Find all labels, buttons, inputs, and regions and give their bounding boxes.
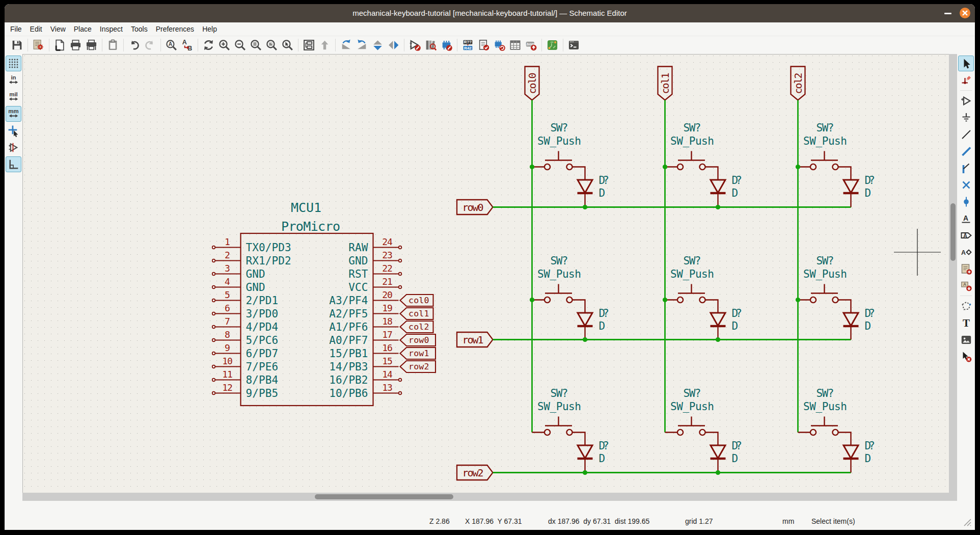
- hierarchical-sheet-button[interactable]: [958, 261, 974, 277]
- hierarchical-label-button[interactable]: A: [958, 244, 974, 260]
- vertical-scrollbar-thumb[interactable]: [950, 203, 956, 261]
- diode-r0c1[interactable]: D?D: [711, 174, 743, 207]
- diode-r2c2[interactable]: D?D: [843, 440, 876, 473]
- switch-r0c0[interactable]: SW?SW_Push: [532, 122, 585, 180]
- global-label-col2[interactable]: col2: [791, 67, 805, 100]
- switch-r1c2[interactable]: SW?SW_Push: [798, 255, 851, 313]
- global-label-row1-mcu[interactable]: row1: [400, 347, 436, 359]
- footprint-editor-button[interactable]: [439, 37, 454, 53]
- plot-button[interactable]: [84, 37, 99, 53]
- scripting-console-button[interactable]: [566, 37, 582, 53]
- menu-file[interactable]: File: [6, 23, 26, 36]
- global-label-col1[interactable]: col1: [658, 67, 672, 100]
- diode-r2c0[interactable]: D?D: [578, 440, 610, 473]
- net-label-button[interactable]: A: [958, 210, 974, 226]
- symbol-library-browser-button[interactable]: [423, 37, 439, 53]
- close-button[interactable]: [960, 8, 970, 18]
- menu-help[interactable]: Help: [198, 23, 221, 36]
- wire-to-bus-entry-button[interactable]: [958, 160, 974, 176]
- symbol-fields-table-button[interactable]: [507, 37, 523, 53]
- place-bus-button[interactable]: [958, 143, 974, 159]
- refresh-button[interactable]: [201, 37, 216, 53]
- switch-r0c2[interactable]: SW?SW_Push: [798, 122, 851, 180]
- resize-grip[interactable]: [963, 518, 971, 526]
- diode-r1c0[interactable]: D?D: [578, 307, 610, 340]
- zoom-selection-button[interactable]: [280, 37, 295, 53]
- diode-r2c1[interactable]: D?D: [711, 440, 743, 473]
- delete-tool-button[interactable]: [958, 349, 974, 364]
- grid-dots-button[interactable]: [6, 56, 21, 71]
- cursor-shape-button[interactable]: [6, 123, 21, 139]
- global-label-row2-mcu[interactable]: row2: [400, 361, 436, 372]
- import-sheet-pin-button[interactable]: A: [958, 278, 974, 293]
- schematic-setup-button[interactable]: [31, 37, 46, 53]
- draw-shapes-button[interactable]: [958, 298, 974, 314]
- global-label-row2[interactable]: row2: [457, 465, 493, 480]
- redo-button[interactable]: [142, 37, 158, 53]
- place-wire-button[interactable]: [958, 126, 974, 142]
- horizontal-scrollbar-thumb[interactable]: [315, 494, 453, 499]
- switch-r2c2[interactable]: SW?SW_Push: [798, 387, 851, 445]
- switch-r2c0[interactable]: SW?SW_Push: [532, 387, 585, 445]
- find-replace-button[interactable]: AB: [179, 37, 195, 53]
- place-text-button[interactable]: T: [958, 315, 974, 331]
- find-button[interactable]: A: [164, 37, 179, 53]
- vertical-scrollbar[interactable]: [949, 54, 957, 501]
- horizontal-scrollbar[interactable]: [22, 493, 949, 501]
- menu-preferences[interactable]: Preferences: [152, 23, 198, 36]
- title-bar[interactable]: mechanical-keyboard-tutorial [mechanical…: [5, 4, 975, 22]
- menu-edit[interactable]: Edit: [26, 23, 46, 36]
- switch-r2c1[interactable]: SW?SW_Push: [665, 387, 718, 445]
- global-label-col2-mcu[interactable]: col2: [400, 321, 433, 333]
- switch-r1c0[interactable]: SW?SW_Push: [532, 255, 585, 313]
- diode-r1c2[interactable]: D?D: [843, 307, 876, 340]
- zoom-fit-button[interactable]: [248, 37, 264, 53]
- rotate-ccw-button[interactable]: [338, 37, 354, 53]
- menu-tools[interactable]: Tools: [127, 23, 152, 36]
- hidden-pins-button[interactable]: [6, 140, 21, 155]
- hierarchy-navigator-button[interactable]: [301, 37, 317, 53]
- menu-view[interactable]: View: [46, 23, 70, 36]
- vertical-scrollbar-track[interactable]: [949, 54, 957, 493]
- undo-button[interactable]: [126, 37, 142, 53]
- update-symbols-button[interactable]: [492, 37, 507, 53]
- annotate-button[interactable]: R??R42: [460, 37, 476, 53]
- units-inches-button[interactable]: in: [6, 72, 21, 88]
- mcu-symbol[interactable]: MCU1ProMicro1TX0/PD32RX1/PD23GND4GND52/P…: [212, 200, 402, 406]
- schematic-canvas[interactable]: MCU1ProMicro1TX0/PD32RX1/PD23GND4GND52/P…: [22, 54, 949, 493]
- zoom-out-button[interactable]: [232, 37, 248, 53]
- diode-r0c2[interactable]: D?D: [843, 174, 876, 207]
- symbol-editor-button[interactable]: [407, 37, 423, 53]
- print-button[interactable]: [68, 37, 84, 53]
- place-symbol-button[interactable]: [958, 93, 974, 109]
- diode-r1c1[interactable]: D?D: [711, 307, 743, 340]
- select-tool-button[interactable]: [958, 56, 974, 71]
- erc-button[interactable]: [476, 37, 492, 53]
- highlight-net-button[interactable]: [958, 72, 974, 88]
- global-label-row0-mcu[interactable]: row0: [400, 334, 436, 346]
- mirror-vertically-button[interactable]: [370, 37, 386, 53]
- global-label-row0[interactable]: row0: [457, 200, 493, 215]
- global-label-col0[interactable]: col0: [525, 67, 539, 100]
- place-power-port-button[interactable]: [958, 110, 974, 125]
- export-bom-button[interactable]: .bom: [523, 37, 539, 53]
- menu-inspect[interactable]: Inspect: [96, 23, 127, 36]
- hv-lines-button[interactable]: [6, 156, 21, 172]
- zoom-in-button[interactable]: [216, 37, 232, 53]
- units-mils-button[interactable]: mil: [6, 89, 21, 105]
- switch-r1c1[interactable]: SW?SW_Push: [665, 255, 718, 313]
- paste-button[interactable]: [105, 37, 121, 53]
- diode-r0c0[interactable]: D?D: [578, 174, 610, 207]
- zoom-objects-button[interactable]: [264, 37, 280, 53]
- minimize-button[interactable]: [941, 9, 955, 17]
- page-settings-button[interactable]: [52, 37, 68, 53]
- units-mm-button[interactable]: mm: [6, 106, 21, 122]
- pcb-editor-button[interactable]: [545, 37, 560, 53]
- no-connect-flag-button[interactable]: [958, 177, 974, 193]
- mirror-horizontally-button[interactable]: [386, 37, 401, 53]
- global-label-button[interactable]: A: [958, 227, 974, 243]
- save-button[interactable]: [9, 37, 25, 53]
- menu-place[interactable]: Place: [70, 23, 96, 36]
- leave-sheet-button[interactable]: [317, 37, 333, 53]
- global-label-row1[interactable]: row1: [457, 332, 493, 347]
